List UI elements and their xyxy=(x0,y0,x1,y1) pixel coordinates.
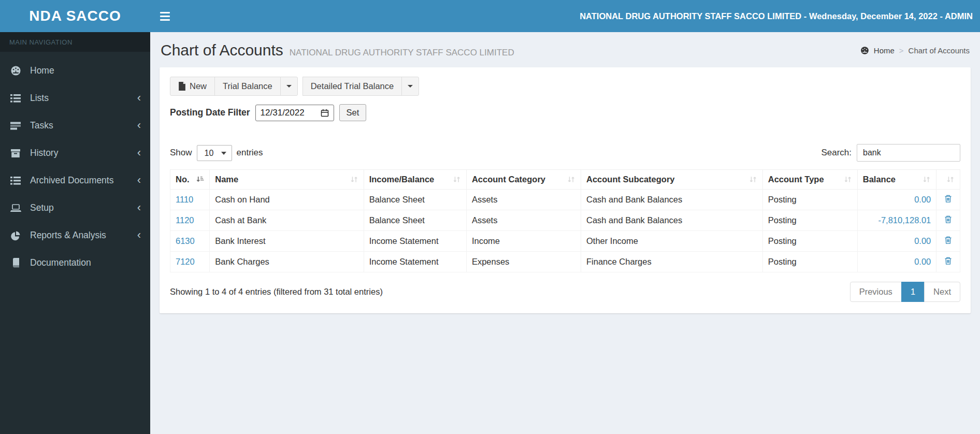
detailed-trial-balance-dropdown-button[interactable] xyxy=(401,77,419,96)
account-number-link[interactable]: 1110 xyxy=(176,195,193,204)
sidebar-item-label: Setup xyxy=(30,202,54,213)
show-label: Show xyxy=(170,148,192,158)
page-title: Chart of Accounts NATIONAL DRUG AUTHORIT… xyxy=(161,41,514,59)
table-header-row: No. Name Incom xyxy=(170,170,960,190)
income-balance-cell: Balance Sheet xyxy=(364,210,466,231)
search-input[interactable] xyxy=(857,144,960,162)
column-header-name[interactable]: Name xyxy=(210,170,364,190)
sidebar-menu: Home Lists ‹ Tasks ‹ History ‹ xyxy=(0,52,150,277)
sort-icon xyxy=(453,176,461,183)
account-number-link[interactable]: 1120 xyxy=(176,215,194,225)
account-number-link[interactable]: 7120 xyxy=(176,257,195,266)
balance-link[interactable]: 0.00 xyxy=(914,236,931,245)
account-category-cell: Income xyxy=(466,231,581,252)
column-header-no[interactable]: No. xyxy=(170,170,210,190)
posting-date-filter-row: Posting Date Filter Set xyxy=(170,104,960,121)
table-footer: Showing 1 to 4 of 4 entries (filtered fr… xyxy=(170,282,960,302)
header-title: NATIONAL DRUG AUTHORITY STAFF SACCO LIMI… xyxy=(580,11,973,21)
sidebar-item-setup[interactable]: Setup ‹ xyxy=(0,194,150,222)
column-label: Account Subcategory xyxy=(586,175,675,184)
breadcrumb-home[interactable]: Home xyxy=(874,46,895,55)
sidebar: NDA SACCO MAIN NAVIGATION Home Lists ‹ T… xyxy=(0,0,150,434)
dashboard-icon xyxy=(860,46,869,55)
sidebar-item-label: Documentation xyxy=(30,257,91,268)
sidebar-item-label: History xyxy=(30,148,58,158)
column-header-balance[interactable]: Balance xyxy=(857,170,936,190)
account-category-cell: Assets xyxy=(466,190,581,210)
column-header-actions[interactable] xyxy=(936,170,960,190)
delete-icon[interactable] xyxy=(944,236,953,244)
income-balance-cell: Income Statement xyxy=(364,231,466,252)
page-length-select[interactable]: 10 xyxy=(197,145,232,161)
column-header-account-category[interactable]: Account Category xyxy=(466,170,581,190)
account-name-cell: Bank Interest xyxy=(210,231,364,252)
chevron-left-icon: ‹ xyxy=(137,229,141,241)
chevron-left-icon: ‹ xyxy=(137,120,141,131)
breadcrumb: Home > Chart of Accounts xyxy=(860,46,970,55)
set-date-button[interactable]: Set xyxy=(339,104,367,121)
posting-date-input-wrap xyxy=(255,105,334,121)
pagination-previous-button[interactable]: Previous xyxy=(850,282,902,302)
page-subtitle: NATIONAL DRUG AUTHORITY STAFF SACCO LIMI… xyxy=(290,48,514,58)
account-name-cell: Cash on Hand xyxy=(210,190,364,210)
tasks-icon xyxy=(9,121,22,131)
delete-icon[interactable] xyxy=(944,215,953,224)
income-balance-cell: Income Statement xyxy=(364,252,466,272)
account-category-cell: Expenses xyxy=(466,252,581,272)
sidebar-item-label: Lists xyxy=(30,93,49,104)
app-logo[interactable]: NDA SACCO xyxy=(0,0,150,32)
sidebar-item-tasks[interactable]: Tasks ‹ xyxy=(0,112,150,139)
column-header-income-balance[interactable]: Income/Balance xyxy=(364,170,466,190)
balance-link[interactable]: 0.00 xyxy=(914,257,931,266)
top-header: NATIONAL DRUG AUTHORITY STAFF SACCO LIMI… xyxy=(150,0,980,32)
trial-balance-button[interactable]: Trial Balance xyxy=(214,77,281,96)
account-name-cell: Bank Charges xyxy=(210,252,364,272)
sidebar-item-lists[interactable]: Lists ‹ xyxy=(0,84,150,112)
pie-chart-icon xyxy=(9,230,22,241)
caret-down-icon xyxy=(286,85,292,88)
delete-icon[interactable] xyxy=(944,256,953,265)
column-header-account-subcategory[interactable]: Account Subcategory xyxy=(581,170,763,190)
table-controls: Show 10 entries Search: xyxy=(170,144,960,162)
sidebar-item-documentation[interactable]: Documentation xyxy=(0,249,150,277)
posting-date-filter-label: Posting Date Filter xyxy=(170,107,250,118)
sidebar-toggle-icon[interactable] xyxy=(150,0,179,32)
pagination-page-1-button[interactable]: 1 xyxy=(901,282,925,302)
balance-link[interactable]: 0.00 xyxy=(914,195,931,204)
entries-summary: Showing 1 to 4 of 4 entries (filtered fr… xyxy=(170,287,383,297)
sidebar-item-home[interactable]: Home xyxy=(0,57,150,84)
content-area: Chart of Accounts NATIONAL DRUG AUTHORIT… xyxy=(150,32,980,434)
sidebar-item-archived-documents[interactable]: Archived Documents ‹ xyxy=(0,167,150,194)
sort-icon xyxy=(350,176,358,183)
account-name-cell: Cash at Bank xyxy=(210,210,364,231)
sidebar-item-label: Archived Documents xyxy=(30,175,113,186)
sidebar-section-label: MAIN NAVIGATION xyxy=(0,32,150,52)
account-number-link[interactable]: 6130 xyxy=(176,236,195,245)
caret-down-icon xyxy=(408,85,413,88)
file-icon xyxy=(178,82,186,91)
delete-icon[interactable] xyxy=(944,194,953,203)
income-balance-cell: Balance Sheet xyxy=(364,190,466,210)
sort-icon xyxy=(844,176,852,183)
sort-icon xyxy=(749,176,757,183)
sidebar-item-history[interactable]: History ‹ xyxy=(0,139,150,167)
page-length-select-wrap: 10 xyxy=(197,145,232,161)
trial-balance-dropdown-button[interactable] xyxy=(280,77,298,96)
sidebar-item-reports-analysis[interactable]: Reports & Analysis ‹ xyxy=(0,222,150,249)
sidebar-item-label: Reports & Analysis xyxy=(30,230,106,241)
detailed-trial-balance-button[interactable]: Detailed Trial Balance xyxy=(302,77,402,96)
posting-date-input[interactable] xyxy=(261,108,316,118)
sort-asc-icon xyxy=(196,176,204,183)
calendar-icon[interactable] xyxy=(321,109,329,117)
column-header-account-type[interactable]: Account Type xyxy=(762,170,857,190)
chevron-left-icon: ‹ xyxy=(137,175,141,186)
pagination-next-button[interactable]: Next xyxy=(924,282,960,302)
balance-link[interactable]: -7,810,128.01 xyxy=(878,215,931,225)
account-subcategory-cell: Finance Charges xyxy=(581,252,763,272)
trial-balance-label: Trial Balance xyxy=(223,81,272,91)
new-button[interactable]: New xyxy=(170,77,215,96)
chevron-left-icon: ‹ xyxy=(137,147,141,158)
sidebar-item-label: Home xyxy=(30,65,54,76)
table-row: 1120 Cash at Bank Balance Sheet Assets C… xyxy=(170,210,960,231)
account-type-cell: Posting xyxy=(762,252,857,272)
